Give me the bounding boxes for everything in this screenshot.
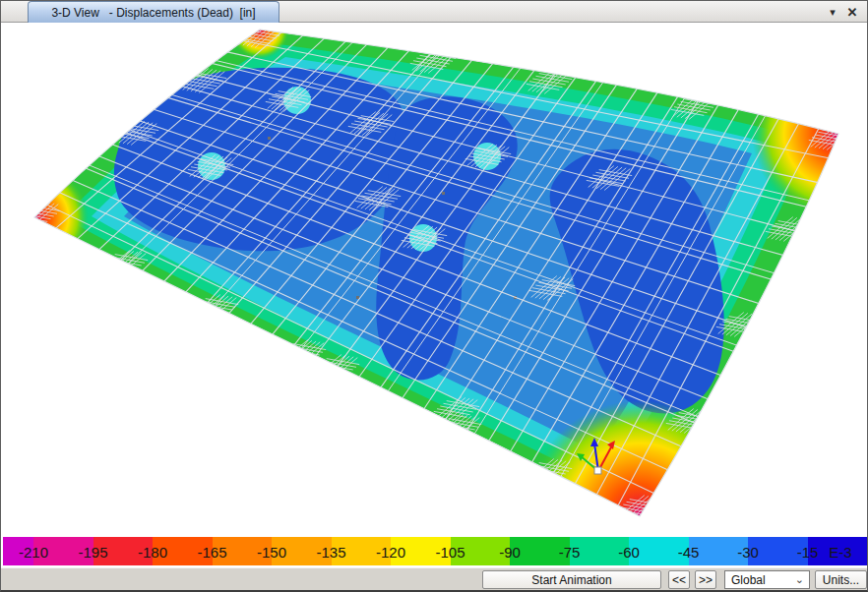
bottom-toolbar: Start Animation << >> Global ⌄ Units...: [1, 567, 868, 591]
legend-value-label: -15: [797, 543, 819, 560]
legend-value-label: -180: [138, 543, 167, 560]
legend-value-label: -45: [678, 543, 700, 560]
legend-value-label: -195: [78, 543, 107, 560]
title-bar: 3-D View - Displacements (Dead) [in] ▾ ✕: [1, 1, 867, 23]
legend-value-label: -210: [19, 543, 48, 560]
legend-value-label: -165: [197, 543, 226, 560]
deformed-slab-3d-render: [2, 24, 867, 537]
legend-value-label: -150: [257, 543, 286, 560]
legend-value-label: -105: [435, 543, 465, 560]
coord-system-value: Global: [731, 573, 766, 587]
window-menu-caret-icon[interactable]: ▾: [824, 3, 841, 21]
coord-system-dropdown[interactable]: Global ⌄: [724, 570, 810, 589]
view-tab-title: 3-D View - Displacements (Dead) [in]: [51, 6, 255, 20]
legend-value-label: -60: [618, 543, 640, 560]
close-icon[interactable]: ✕: [843, 3, 861, 21]
legend-value-label: -90: [499, 543, 521, 560]
legend-value-label: -30: [737, 543, 759, 560]
step-back-button[interactable]: <<: [668, 570, 690, 589]
legend-value-label: -135: [316, 543, 345, 560]
contour-legend: -210-195-180-165-150-135-120-105-90-75-6…: [3, 537, 867, 565]
legend-value-label: -75: [559, 543, 581, 560]
start-animation-button[interactable]: Start Animation: [482, 570, 661, 589]
legend-value-label: -120: [376, 543, 405, 560]
step-forward-button[interactable]: >>: [695, 570, 716, 589]
chevron-down-icon: ⌄: [795, 573, 804, 586]
legend-unit-label: E-3: [829, 543, 851, 560]
graphics-viewport[interactable]: [2, 24, 867, 537]
units-button[interactable]: Units...: [815, 570, 867, 589]
view-tab[interactable]: 3-D View - Displacements (Dead) [in]: [28, 1, 279, 23]
app-window: 3-D View - Displacements (Dead) [in] ▾ ✕: [0, 0, 868, 592]
